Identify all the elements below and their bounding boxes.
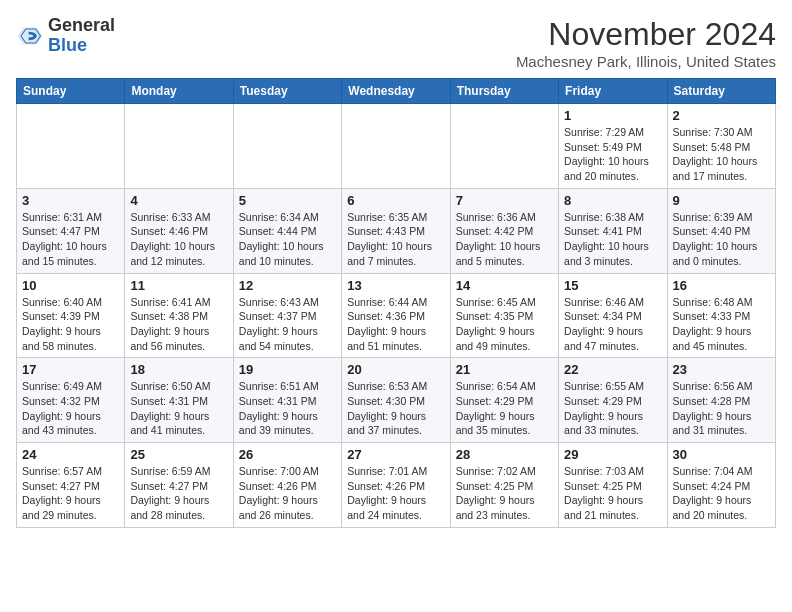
day-number: 18 bbox=[130, 362, 227, 377]
day-info: Sunrise: 6:33 AMSunset: 4:46 PMDaylight:… bbox=[130, 210, 227, 269]
day-info: Sunrise: 7:02 AMSunset: 4:25 PMDaylight:… bbox=[456, 464, 553, 523]
day-info: Sunrise: 6:51 AMSunset: 4:31 PMDaylight:… bbox=[239, 379, 336, 438]
calendar-cell bbox=[233, 104, 341, 189]
calendar-cell: 10Sunrise: 6:40 AMSunset: 4:39 PMDayligh… bbox=[17, 273, 125, 358]
calendar-week-1: 3Sunrise: 6:31 AMSunset: 4:47 PMDaylight… bbox=[17, 188, 776, 273]
calendar-cell: 14Sunrise: 6:45 AMSunset: 4:35 PMDayligh… bbox=[450, 273, 558, 358]
day-info: Sunrise: 6:55 AMSunset: 4:29 PMDaylight:… bbox=[564, 379, 661, 438]
day-number: 1 bbox=[564, 108, 661, 123]
calendar-cell: 17Sunrise: 6:49 AMSunset: 4:32 PMDayligh… bbox=[17, 358, 125, 443]
calendar-cell: 27Sunrise: 7:01 AMSunset: 4:26 PMDayligh… bbox=[342, 443, 450, 528]
logo: General Blue bbox=[16, 16, 115, 56]
calendar-cell: 29Sunrise: 7:03 AMSunset: 4:25 PMDayligh… bbox=[559, 443, 667, 528]
day-info: Sunrise: 6:48 AMSunset: 4:33 PMDaylight:… bbox=[673, 295, 770, 354]
calendar-cell: 20Sunrise: 6:53 AMSunset: 4:30 PMDayligh… bbox=[342, 358, 450, 443]
calendar-cell: 1Sunrise: 7:29 AMSunset: 5:49 PMDaylight… bbox=[559, 104, 667, 189]
calendar-cell: 30Sunrise: 7:04 AMSunset: 4:24 PMDayligh… bbox=[667, 443, 775, 528]
calendar-cell: 6Sunrise: 6:35 AMSunset: 4:43 PMDaylight… bbox=[342, 188, 450, 273]
calendar-week-3: 17Sunrise: 6:49 AMSunset: 4:32 PMDayligh… bbox=[17, 358, 776, 443]
day-number: 7 bbox=[456, 193, 553, 208]
calendar-cell: 26Sunrise: 7:00 AMSunset: 4:26 PMDayligh… bbox=[233, 443, 341, 528]
weekday-header-thursday: Thursday bbox=[450, 79, 558, 104]
day-number: 6 bbox=[347, 193, 444, 208]
calendar-body: 1Sunrise: 7:29 AMSunset: 5:49 PMDaylight… bbox=[17, 104, 776, 528]
day-info: Sunrise: 6:36 AMSunset: 4:42 PMDaylight:… bbox=[456, 210, 553, 269]
calendar-cell: 18Sunrise: 6:50 AMSunset: 4:31 PMDayligh… bbox=[125, 358, 233, 443]
calendar-cell: 2Sunrise: 7:30 AMSunset: 5:48 PMDaylight… bbox=[667, 104, 775, 189]
day-info: Sunrise: 6:35 AMSunset: 4:43 PMDaylight:… bbox=[347, 210, 444, 269]
day-number: 13 bbox=[347, 278, 444, 293]
day-number: 25 bbox=[130, 447, 227, 462]
logo-blue: Blue bbox=[48, 36, 115, 56]
day-number: 8 bbox=[564, 193, 661, 208]
weekday-header-monday: Monday bbox=[125, 79, 233, 104]
calendar-cell: 8Sunrise: 6:38 AMSunset: 4:41 PMDaylight… bbox=[559, 188, 667, 273]
calendar-week-2: 10Sunrise: 6:40 AMSunset: 4:39 PMDayligh… bbox=[17, 273, 776, 358]
day-info: Sunrise: 6:39 AMSunset: 4:40 PMDaylight:… bbox=[673, 210, 770, 269]
day-number: 21 bbox=[456, 362, 553, 377]
calendar-cell: 4Sunrise: 6:33 AMSunset: 4:46 PMDaylight… bbox=[125, 188, 233, 273]
day-info: Sunrise: 7:04 AMSunset: 4:24 PMDaylight:… bbox=[673, 464, 770, 523]
calendar-cell bbox=[450, 104, 558, 189]
day-number: 4 bbox=[130, 193, 227, 208]
calendar-cell: 5Sunrise: 6:34 AMSunset: 4:44 PMDaylight… bbox=[233, 188, 341, 273]
day-number: 28 bbox=[456, 447, 553, 462]
day-number: 11 bbox=[130, 278, 227, 293]
day-info: Sunrise: 6:54 AMSunset: 4:29 PMDaylight:… bbox=[456, 379, 553, 438]
day-number: 2 bbox=[673, 108, 770, 123]
day-info: Sunrise: 6:38 AMSunset: 4:41 PMDaylight:… bbox=[564, 210, 661, 269]
weekday-header-wednesday: Wednesday bbox=[342, 79, 450, 104]
calendar-week-4: 24Sunrise: 6:57 AMSunset: 4:27 PMDayligh… bbox=[17, 443, 776, 528]
day-info: Sunrise: 7:30 AMSunset: 5:48 PMDaylight:… bbox=[673, 125, 770, 184]
day-info: Sunrise: 6:50 AMSunset: 4:31 PMDaylight:… bbox=[130, 379, 227, 438]
title-block: November 2024 Machesney Park, Illinois, … bbox=[516, 16, 776, 70]
weekday-header-row: SundayMondayTuesdayWednesdayThursdayFrid… bbox=[17, 79, 776, 104]
calendar-cell: 12Sunrise: 6:43 AMSunset: 4:37 PMDayligh… bbox=[233, 273, 341, 358]
day-info: Sunrise: 6:34 AMSunset: 4:44 PMDaylight:… bbox=[239, 210, 336, 269]
day-number: 23 bbox=[673, 362, 770, 377]
calendar-cell: 21Sunrise: 6:54 AMSunset: 4:29 PMDayligh… bbox=[450, 358, 558, 443]
day-info: Sunrise: 6:57 AMSunset: 4:27 PMDaylight:… bbox=[22, 464, 119, 523]
calendar-cell bbox=[342, 104, 450, 189]
day-number: 24 bbox=[22, 447, 119, 462]
day-number: 10 bbox=[22, 278, 119, 293]
calendar-cell: 19Sunrise: 6:51 AMSunset: 4:31 PMDayligh… bbox=[233, 358, 341, 443]
logo-text: General Blue bbox=[48, 16, 115, 56]
calendar-week-0: 1Sunrise: 7:29 AMSunset: 5:49 PMDaylight… bbox=[17, 104, 776, 189]
day-info: Sunrise: 6:45 AMSunset: 4:35 PMDaylight:… bbox=[456, 295, 553, 354]
calendar-cell bbox=[17, 104, 125, 189]
calendar-cell bbox=[125, 104, 233, 189]
calendar-cell: 7Sunrise: 6:36 AMSunset: 4:42 PMDaylight… bbox=[450, 188, 558, 273]
day-number: 16 bbox=[673, 278, 770, 293]
day-info: Sunrise: 6:56 AMSunset: 4:28 PMDaylight:… bbox=[673, 379, 770, 438]
day-number: 26 bbox=[239, 447, 336, 462]
subtitle: Machesney Park, Illinois, United States bbox=[516, 53, 776, 70]
calendar-cell: 23Sunrise: 6:56 AMSunset: 4:28 PMDayligh… bbox=[667, 358, 775, 443]
day-number: 17 bbox=[22, 362, 119, 377]
day-number: 14 bbox=[456, 278, 553, 293]
calendar-cell: 25Sunrise: 6:59 AMSunset: 4:27 PMDayligh… bbox=[125, 443, 233, 528]
day-number: 15 bbox=[564, 278, 661, 293]
day-number: 3 bbox=[22, 193, 119, 208]
calendar-cell: 22Sunrise: 6:55 AMSunset: 4:29 PMDayligh… bbox=[559, 358, 667, 443]
day-info: Sunrise: 6:49 AMSunset: 4:32 PMDaylight:… bbox=[22, 379, 119, 438]
day-info: Sunrise: 6:43 AMSunset: 4:37 PMDaylight:… bbox=[239, 295, 336, 354]
day-number: 9 bbox=[673, 193, 770, 208]
day-info: Sunrise: 6:46 AMSunset: 4:34 PMDaylight:… bbox=[564, 295, 661, 354]
day-info: Sunrise: 6:44 AMSunset: 4:36 PMDaylight:… bbox=[347, 295, 444, 354]
day-number: 27 bbox=[347, 447, 444, 462]
logo-general: General bbox=[48, 16, 115, 36]
calendar-table: SundayMondayTuesdayWednesdayThursdayFrid… bbox=[16, 78, 776, 528]
calendar-cell: 24Sunrise: 6:57 AMSunset: 4:27 PMDayligh… bbox=[17, 443, 125, 528]
calendar-cell: 15Sunrise: 6:46 AMSunset: 4:34 PMDayligh… bbox=[559, 273, 667, 358]
day-info: Sunrise: 6:41 AMSunset: 4:38 PMDaylight:… bbox=[130, 295, 227, 354]
calendar-cell: 28Sunrise: 7:02 AMSunset: 4:25 PMDayligh… bbox=[450, 443, 558, 528]
page-header: General Blue November 2024 Machesney Par… bbox=[16, 16, 776, 70]
day-number: 30 bbox=[673, 447, 770, 462]
day-info: Sunrise: 7:00 AMSunset: 4:26 PMDaylight:… bbox=[239, 464, 336, 523]
main-title: November 2024 bbox=[516, 16, 776, 53]
day-info: Sunrise: 6:59 AMSunset: 4:27 PMDaylight:… bbox=[130, 464, 227, 523]
logo-icon bbox=[16, 22, 44, 50]
day-number: 5 bbox=[239, 193, 336, 208]
calendar-cell: 16Sunrise: 6:48 AMSunset: 4:33 PMDayligh… bbox=[667, 273, 775, 358]
